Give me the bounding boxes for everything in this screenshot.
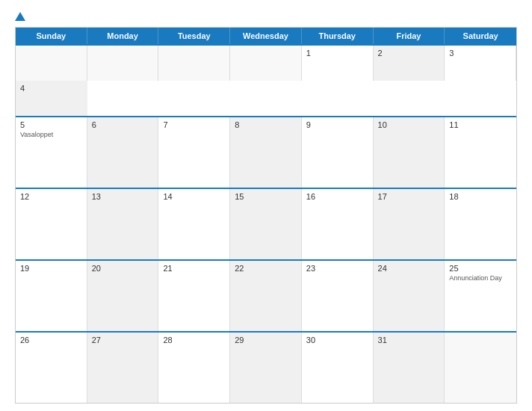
calendar-grid: SundayMondayTuesdayWednesdayThursdayFrid… <box>15 27 517 404</box>
day-number: 22 <box>235 264 297 273</box>
day-number: 29 <box>235 336 297 344</box>
calendar-header-cell: Monday <box>87 28 159 44</box>
calendar-header-cell: Thursday <box>302 28 374 44</box>
calendar-week-row: 5Vasaloppet67891011 <box>16 116 516 188</box>
calendar-day-cell <box>230 46 302 81</box>
calendar-day-cell: 3 <box>445 46 516 81</box>
calendar-week-row: 19202122232425Annunciation Day <box>16 259 516 331</box>
calendar-day-cell: 10 <box>374 117 445 188</box>
calendar-day-cell: 18 <box>445 189 516 259</box>
calendar-page: SundayMondayTuesdayWednesdayThursdayFrid… <box>0 0 532 411</box>
calendar-day-cell: 30 <box>302 333 374 403</box>
day-number: 18 <box>449 192 512 201</box>
calendar-week-row: 12131415161718 <box>16 188 516 259</box>
calendar-day-cell <box>16 46 87 81</box>
calendar-day-cell: 24 <box>374 261 445 331</box>
day-number: 25 <box>449 264 512 273</box>
calendar-header-cell: Saturday <box>445 28 516 44</box>
calendar-header-cell: Friday <box>374 28 445 44</box>
calendar-day-cell: 22 <box>230 261 302 331</box>
calendar-day-cell: 28 <box>158 333 230 403</box>
calendar-body: 12345Vasaloppet6789101112131415161718192… <box>16 44 516 403</box>
calendar-day-cell: 8 <box>230 117 302 188</box>
calendar-day-cell: 19 <box>16 261 87 331</box>
day-number: 12 <box>20 192 82 201</box>
day-number: 6 <box>92 120 154 129</box>
calendar-header-cell: Sunday <box>16 28 87 44</box>
day-number: 21 <box>163 264 225 273</box>
calendar-day-cell <box>445 333 516 403</box>
day-number: 26 <box>20 336 82 344</box>
day-number: 9 <box>306 120 368 129</box>
calendar-day-cell: 23 <box>302 261 374 331</box>
day-number: 15 <box>235 192 297 201</box>
day-number: 30 <box>306 336 368 344</box>
calendar-day-cell: 11 <box>445 117 516 188</box>
calendar-day-cell: 13 <box>87 189 159 259</box>
calendar-day-cell: 25Annunciation Day <box>445 261 516 331</box>
day-number: 7 <box>163 120 225 129</box>
calendar-day-cell: 21 <box>158 261 230 331</box>
calendar-day-cell: 2 <box>374 46 445 81</box>
calendar-day-cell: 12 <box>16 189 87 259</box>
calendar-day-cell: 31 <box>374 333 445 403</box>
day-number: 24 <box>378 264 440 273</box>
calendar-day-cell: 29 <box>230 333 302 403</box>
calendar-day-cell: 15 <box>230 189 302 259</box>
calendar-day-cell <box>87 46 159 81</box>
calendar-day-cell: 20 <box>87 261 159 331</box>
day-number: 14 <box>163 192 225 201</box>
calendar-day-cell: 27 <box>87 333 159 403</box>
day-number: 31 <box>378 336 440 344</box>
day-number: 16 <box>306 192 368 201</box>
calendar-day-cell: 14 <box>158 189 230 259</box>
day-number: 28 <box>163 336 225 344</box>
calendar-day-cell: 17 <box>374 189 445 259</box>
day-number: 11 <box>449 120 512 129</box>
calendar-day-cell: 1 <box>302 46 374 81</box>
day-number: 4 <box>20 84 83 93</box>
day-number: 17 <box>378 192 440 201</box>
day-number: 2 <box>378 49 440 58</box>
day-number: 27 <box>92 336 154 344</box>
day-number: 1 <box>306 49 368 58</box>
day-number: 19 <box>20 264 82 273</box>
calendar-day-cell <box>158 46 230 81</box>
calendar-day-cell: 5Vasaloppet <box>16 117 87 188</box>
calendar-day-cell: 7 <box>158 117 230 188</box>
day-number: 20 <box>92 264 154 273</box>
calendar-day-cell: 26 <box>16 333 87 403</box>
calendar-day-cell: 9 <box>302 117 374 188</box>
day-event: Vasaloppet <box>20 131 82 138</box>
logo <box>15 12 27 21</box>
calendar-header-cell: Tuesday <box>158 28 230 44</box>
calendar-day-cell: 4 <box>16 81 87 116</box>
day-number: 8 <box>235 120 297 129</box>
day-number: 13 <box>92 192 154 201</box>
calendar-day-cell: 6 <box>87 117 159 188</box>
day-number: 5 <box>20 120 82 129</box>
calendar-header-row: SundayMondayTuesdayWednesdayThursdayFrid… <box>16 28 516 44</box>
calendar-week-row: 1234 <box>16 44 516 116</box>
day-number: 10 <box>378 120 440 129</box>
day-number: 23 <box>306 264 368 273</box>
logo-triangle-icon <box>15 12 25 21</box>
logo-blue-text <box>15 12 27 21</box>
header <box>15 12 517 21</box>
calendar-day-cell: 16 <box>302 189 374 259</box>
day-number: 3 <box>449 49 511 58</box>
calendar-header-cell: Wednesday <box>230 28 302 44</box>
day-event: Annunciation Day <box>449 274 512 282</box>
calendar-week-row: 262728293031 <box>16 331 516 403</box>
